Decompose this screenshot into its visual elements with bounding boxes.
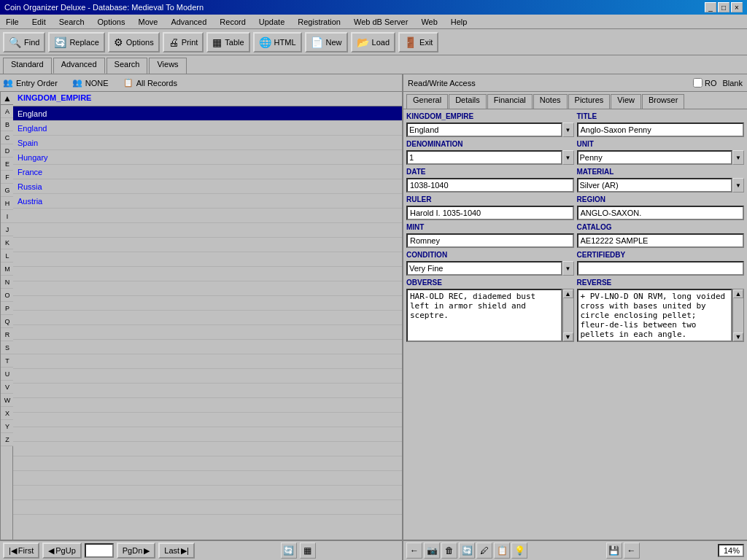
menu-search[interactable]: Search (56, 17, 88, 27)
denomination-dropdown-arrow[interactable]: ▼ (562, 150, 574, 165)
obverse-textarea[interactable] (406, 289, 562, 342)
alpha-c[interactable]: C (1, 131, 14, 144)
alpha-m[interactable]: M (1, 262, 14, 276)
alpha-s[interactable]: S (1, 341, 14, 354)
list-item[interactable] (13, 296, 402, 311)
delete-btn[interactable]: 🗑 (441, 542, 457, 559)
close-button[interactable]: × (731, 2, 743, 12)
pgdn-button[interactable]: PgDn ▶ (117, 542, 156, 559)
list-item[interactable] (13, 413, 402, 427)
find-button[interactable]: 🔍Find (3, 32, 45, 52)
list-item[interactable]: England (13, 106, 402, 121)
menu-help[interactable]: Help (448, 17, 471, 27)
camera-btn[interactable]: 📷 (424, 542, 440, 559)
reverse-textarea[interactable] (577, 289, 733, 342)
bulb-btn[interactable]: 💡 (511, 542, 527, 559)
menu-record[interactable]: Record (217, 17, 248, 27)
menu-move[interactable]: Move (135, 17, 160, 27)
condition-dropdown-arrow[interactable]: ▼ (562, 261, 574, 276)
list-item[interactable] (13, 281, 402, 296)
menu-options[interactable]: Options (95, 17, 128, 27)
reverse-scroll-down[interactable]: ▼ (733, 332, 743, 341)
alpha-k[interactable]: K (1, 236, 14, 249)
list-item[interactable] (13, 311, 402, 325)
reverse-scroll-up[interactable]: ▲ (733, 289, 743, 298)
pgup-button[interactable]: ◀ PgUp (42, 542, 82, 559)
list-item[interactable] (13, 442, 402, 456)
unit-dropdown-arrow[interactable]: ▼ (732, 150, 744, 165)
load-button[interactable]: 📂Load (351, 32, 395, 52)
list-item[interactable] (13, 325, 402, 340)
list-item[interactable] (13, 369, 402, 384)
refresh-btn[interactable]: 🔄 (459, 542, 475, 559)
list-item[interactable]: France (13, 165, 402, 179)
menu-edit[interactable]: Edit (29, 17, 49, 27)
tab-search[interactable]: Search (107, 58, 148, 74)
menu-file[interactable]: File (3, 17, 22, 27)
menu-web[interactable]: Web (418, 17, 440, 27)
html-button[interactable]: 🌐HTML (253, 32, 302, 52)
alpha-q[interactable]: Q (1, 315, 14, 328)
tab-general[interactable]: General (406, 94, 448, 109)
replace-button[interactable]: 🔄Replace (48, 32, 104, 52)
denomination-select[interactable]: 1 (406, 150, 562, 165)
alpha-t[interactable]: T (1, 354, 14, 368)
list-item[interactable] (13, 209, 402, 223)
title-input[interactable] (577, 122, 745, 137)
alpha-h[interactable]: H (1, 197, 14, 210)
list-item[interactable]: England (13, 121, 402, 136)
material-select[interactable]: Silver (AR) (577, 178, 733, 192)
alpha-a[interactable]: A (1, 105, 14, 118)
list-item[interactable] (13, 267, 402, 281)
list-item[interactable] (13, 427, 402, 442)
list-item[interactable]: Russia (13, 179, 402, 194)
list-item[interactable] (13, 252, 402, 267)
alpha-l[interactable]: L (1, 249, 14, 262)
list-item[interactable] (13, 398, 402, 413)
alpha-n[interactable]: N (1, 276, 14, 289)
kingdom-empire-select[interactable]: England (406, 122, 562, 137)
list-item[interactable] (13, 223, 402, 238)
tab-browser[interactable]: Browser (642, 94, 684, 109)
scroll-up-button[interactable]: ▲ (1, 92, 14, 105)
table-button[interactable]: ▦Table (206, 32, 249, 52)
unit-select[interactable]: Penny (577, 150, 733, 165)
mint-input[interactable] (406, 233, 574, 248)
last-button[interactable]: Last ▶| (158, 542, 195, 559)
alpha-r[interactable]: R (1, 328, 14, 341)
maximize-button[interactable]: □ (718, 2, 729, 12)
grid-icon-btn[interactable]: ▦ (300, 542, 316, 559)
left-arrow-btn[interactable]: ← (406, 542, 422, 559)
window-controls[interactable]: _ □ × (705, 2, 743, 12)
tab-view[interactable]: View (611, 94, 641, 109)
refresh-icon-btn[interactable]: 🔄 (281, 542, 297, 559)
alpha-i[interactable]: I (1, 210, 14, 223)
alpha-j[interactable]: J (1, 223, 14, 236)
date-input[interactable] (406, 178, 574, 192)
tab-views[interactable]: Views (149, 58, 186, 74)
alpha-b[interactable]: B (1, 118, 14, 131)
clipboard-btn[interactable]: 📋 (494, 542, 510, 559)
first-button[interactable]: |◀ First (3, 542, 39, 559)
list-item[interactable] (13, 486, 402, 500)
alpha-y[interactable]: Y (1, 420, 14, 433)
kingdom-empire-dropdown-arrow[interactable]: ▼ (562, 122, 574, 137)
obverse-scroll-up[interactable]: ▲ (563, 289, 573, 298)
material-dropdown-arrow[interactable]: ▼ (732, 178, 744, 192)
tab-pictures[interactable]: Pictures (568, 94, 611, 109)
tab-standard[interactable]: Standard (3, 58, 52, 74)
new-button[interactable]: 📄New (305, 32, 348, 52)
tab-advanced[interactable]: Advanced (53, 58, 105, 74)
page-number-input[interactable] (85, 543, 114, 558)
list-item[interactable] (13, 340, 402, 354)
list-item[interactable] (13, 471, 402, 486)
list-item[interactable]: Austria (13, 194, 402, 209)
tab-notes[interactable]: Notes (533, 94, 568, 109)
alpha-w[interactable]: W (1, 394, 14, 407)
list-item[interactable]: Hungary (13, 150, 402, 165)
list-item[interactable] (13, 456, 402, 471)
alpha-z[interactable]: Z (1, 433, 14, 446)
list-item[interactable] (13, 500, 402, 515)
menu-advanced[interactable]: Advanced (168, 17, 209, 27)
ro-checkbox[interactable] (693, 78, 703, 88)
